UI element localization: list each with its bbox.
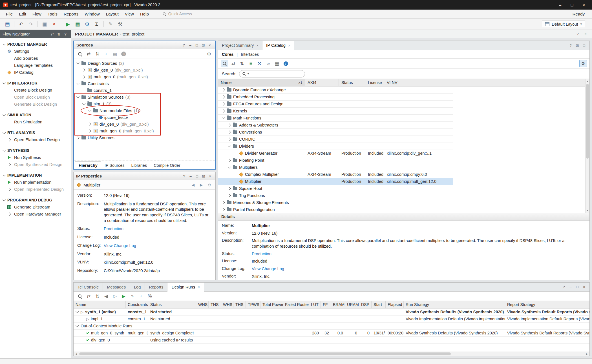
expander-closed-icon[interactable]: [222, 102, 225, 105]
search-icon[interactable]: [76, 292, 84, 300]
flow-section-header-project-manager[interactable]: PROJECT MANAGER: [0, 41, 71, 48]
property-value[interactable]: View Change Log: [252, 266, 586, 272]
expander-closed-icon[interactable]: [88, 123, 91, 126]
redo-icon[interactable]: ↷: [26, 20, 35, 28]
run-row-div-gen-0[interactable]: div_gen_0Using cached IP results: [74, 337, 589, 344]
expander-closed-icon[interactable]: [222, 88, 225, 91]
scroll-down-icon[interactable]: ▼: [586, 208, 589, 212]
hierarchy-icon[interactable]: ≡: [247, 60, 255, 67]
subtab-interfaces[interactable]: Interfaces: [241, 52, 259, 57]
expander-closed-icon[interactable]: [227, 187, 231, 190]
tree-item-mult-gen-0[interactable]: mult_gen_0(mult_gen_0.xci): [74, 128, 215, 134]
collapse-all-icon[interactable]: ⇄: [85, 292, 92, 300]
flow-item-open-elaborated-design[interactable]: Open Elaborated Design: [0, 136, 71, 143]
menu-edit[interactable]: Edit: [16, 10, 29, 18]
catalog-row-dividers[interactable]: Dividers: [218, 143, 453, 150]
column-header-constraints[interactable]: Constraints: [126, 301, 148, 308]
expander-open-icon[interactable]: [76, 95, 79, 98]
flow-item-open-block-design[interactable]: Open Block Design: [0, 94, 71, 101]
save-icon[interactable]: ▤: [3, 20, 12, 28]
flow-item-run-simulation[interactable]: Run Simulation: [0, 118, 71, 125]
expander-closed-icon[interactable]: [227, 159, 231, 162]
sources-tab-compile-order[interactable]: Compile Order: [150, 162, 184, 169]
maximize-icon[interactable]: □: [575, 284, 580, 290]
expander-closed-icon[interactable]: [222, 109, 225, 112]
expand-all-icon[interactable]: ⇅: [94, 50, 101, 58]
catalog-row-memories-storage-elements[interactable]: Memories & Storage Elements: [218, 199, 453, 206]
scroll-up-icon[interactable]: ▲: [586, 79, 589, 83]
flow-item-settings[interactable]: ⚙Settings: [0, 48, 71, 55]
tab-messages[interactable]: Messages: [103, 283, 130, 291]
flow-item-open-synthesized-design[interactable]: Open Synthesized Design: [0, 161, 71, 168]
menu-tools[interactable]: Tools: [45, 10, 61, 18]
expander-closed-icon[interactable]: [222, 201, 225, 204]
column-header-uram[interactable]: URAM: [345, 301, 359, 308]
float-icon[interactable]: ⊡: [575, 43, 580, 48]
scrollbar-thumb[interactable]: [586, 84, 589, 159]
catalog-row-dynamic-function-exchange[interactable]: Dynamic Function eXchange: [218, 86, 453, 94]
expander-closed-icon[interactable]: [88, 129, 91, 132]
expander-closed-icon[interactable]: [76, 136, 79, 139]
scroll-left-icon[interactable]: ◀: [74, 353, 79, 355]
run-row-out-of-context-module-runs[interactable]: Out-of-Context Module Runs: [74, 323, 589, 330]
tree-item-constrs-1[interactable]: constrs_1: [74, 87, 215, 94]
property-value[interactable]: View Change Log: [104, 243, 212, 249]
settings-gear-icon[interactable]: ⚙: [206, 182, 213, 188]
column-header-wns[interactable]: WNS: [196, 301, 209, 308]
column-header-vlnv[interactable]: VLNV: [384, 79, 453, 86]
expander-closed-icon[interactable]: [222, 95, 225, 98]
column-header-status[interactable]: Status: [339, 79, 365, 86]
flow-section-header-program-and-debug[interactable]: PROGRAM AND DEBUG: [0, 197, 71, 203]
flow-item-open-hardware-manager[interactable]: Open Hardware Manager: [0, 210, 71, 217]
run-icon[interactable]: ▶: [63, 20, 72, 28]
tree-item-constraints[interactable]: Constraints: [74, 80, 215, 87]
forward-icon[interactable]: ▶: [198, 182, 204, 188]
catalog-row-complex-multiplier[interactable]: Complex MultiplierAXI4-StreamProductionI…: [218, 171, 453, 178]
tab-log[interactable]: Log: [130, 283, 145, 291]
tools-icon[interactable]: ⚒: [116, 20, 125, 28]
quick-access-search[interactable]: Quick Access: [160, 11, 207, 17]
minimize-icon[interactable]: –: [568, 284, 573, 290]
property-value[interactable]: Production: [104, 226, 212, 232]
expander-open-icon[interactable]: [76, 61, 79, 64]
maximize-icon[interactable]: □: [566, 1, 578, 9]
settings-gear-icon[interactable]: ⚙: [579, 60, 587, 67]
flow-item-run-synthesis[interactable]: Run Synthesis: [0, 154, 71, 161]
tab-ip-catalog[interactable]: IP Catalog×: [262, 41, 294, 50]
tree-item-sim-1[interactable]: sim_1(3): [74, 101, 215, 107]
horizontal-scrollbar[interactable]: ◀ ▶: [74, 352, 589, 356]
column-header-total-power[interactable]: Total Power: [260, 301, 283, 308]
column-header-status[interactable]: Status: [148, 301, 196, 308]
help-icon[interactable]: ?: [181, 42, 187, 48]
dashboard-icon[interactable]: ▦: [73, 20, 82, 28]
flow-item-generate-bitstream[interactable]: Generate Bitstream: [0, 203, 71, 210]
run-row-impl-1[interactable]: ▷impl_1constrs_1Not startedVivado Implem…: [74, 316, 589, 323]
column-header-elapsed[interactable]: Elapsed: [386, 301, 404, 308]
search-icon[interactable]: [76, 50, 84, 58]
catalog-row-multiplier[interactable]: MultiplierProductionIncludedxilinx.com:i…: [218, 178, 453, 185]
catalog-search-input[interactable]: ▾: [239, 70, 305, 77]
catalog-row-multipliers[interactable]: Multipliers: [218, 164, 453, 171]
chevron-right-icon[interactable]: [8, 163, 11, 166]
chevron-right-icon[interactable]: [8, 138, 11, 141]
column-header-tns[interactable]: TNS: [209, 301, 221, 308]
column-header-license[interactable]: License: [365, 79, 384, 86]
sigma-icon[interactable]: Σ: [92, 20, 101, 28]
maximize-icon[interactable]: □: [582, 43, 587, 48]
menu-view[interactable]: View: [122, 10, 137, 18]
catalog-row-partial-reconfiguration[interactable]: Partial Reconfiguration: [218, 206, 453, 213]
close-icon[interactable]: ×: [207, 42, 213, 48]
catalog-row-divider-generator[interactable]: Divider GeneratorAXI4-StreamProductionIn…: [218, 150, 453, 157]
vertical-scrollbar[interactable]: ▲ ▼: [585, 79, 589, 213]
catalog-row-adders-subtracters[interactable]: Adders & Subtracters: [218, 122, 453, 129]
expander-open-icon[interactable]: [222, 116, 225, 119]
close-icon[interactable]: ×: [198, 285, 200, 289]
catalog-row-math-functions[interactable]: Math Functions: [218, 115, 453, 122]
settings-gear-icon[interactable]: ⚙: [83, 20, 92, 28]
close-icon[interactable]: ×: [583, 32, 588, 37]
close-icon[interactable]: ×: [207, 173, 213, 179]
expander-closed-icon[interactable]: [227, 194, 231, 197]
flow-item-create-block-design[interactable]: Create Block Design: [0, 86, 71, 94]
flow-section-header-ip-integrator[interactable]: IP INTEGRATOR: [0, 80, 71, 86]
create-run-icon[interactable]: +: [137, 292, 145, 300]
